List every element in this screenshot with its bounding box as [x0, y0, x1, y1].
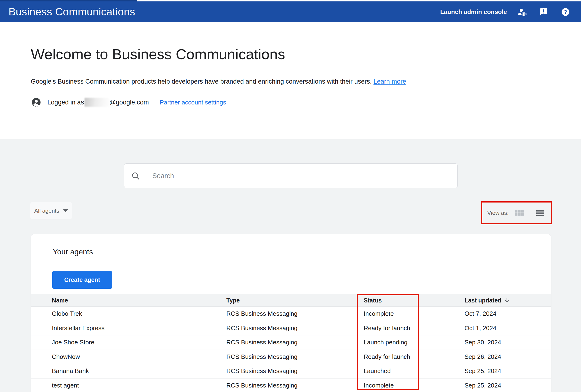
table-row[interactable]: Interstellar Express RCS Business Messag…: [31, 321, 551, 336]
agent-type-cell: RCS Business Messaging: [226, 382, 364, 389]
page: Business Communications Launch admin con…: [0, 0, 581, 392]
agent-type-cell: RCS Business Messaging: [226, 367, 364, 375]
partner-account-settings-link[interactable]: Partner account settings: [160, 99, 226, 106]
agent-updated-cell: Oct 7, 2024: [465, 310, 542, 318]
welcome-section: Welcome to Business Communications Googl…: [0, 22, 581, 139]
column-header-status: Status: [364, 297, 465, 304]
agent-status-cell: Ready for launch: [364, 353, 465, 360]
grid-view-icon[interactable]: [515, 210, 524, 216]
column-header-name: Name: [52, 297, 226, 304]
agent-name-cell: ChowNow: [52, 353, 226, 360]
agent-type-cell: RCS Business Messaging: [226, 310, 364, 318]
agent-name-cell: test agent: [52, 382, 226, 389]
agents-table: Name Type Status Last updated Globo Trek: [31, 294, 551, 392]
agent-status-cell: Launched: [364, 367, 465, 375]
your-agents-card: Your agents Create agent Name Type Statu…: [31, 234, 551, 392]
view-as-label: View as:: [487, 210, 509, 216]
logged-in-domain: @google.com: [109, 99, 149, 106]
agent-updated-cell: Oct 1, 2024: [465, 324, 542, 332]
redacted-username: [84, 98, 109, 107]
card-title: Your agents: [53, 248, 93, 256]
create-agent-button[interactable]: Create agent: [52, 271, 112, 289]
login-row: Logged in as @google.com Partner account…: [31, 97, 226, 108]
search-input[interactable]: [152, 172, 436, 180]
agents-filter-dropdown[interactable]: All agents: [30, 202, 72, 219]
agent-name-cell: Banana Bank: [52, 367, 226, 375]
list-view-icon[interactable]: [536, 210, 544, 216]
agent-type-cell: RCS Business Messaging: [226, 353, 364, 360]
learn-more-link[interactable]: Learn more: [373, 78, 406, 85]
annotation-view-as-box: View as:: [481, 201, 552, 224]
page-title: Welcome to Business Communications: [31, 46, 285, 62]
table-row[interactable]: Banana Bank RCS Business Messaging Launc…: [31, 364, 551, 378]
agent-type-cell: RCS Business Messaging: [226, 324, 364, 332]
top-edge-artifact-light: [137, 0, 581, 2]
agents-filter-label: All agents: [34, 208, 59, 214]
app-header: Business Communications Launch admin con…: [0, 0, 581, 22]
agent-updated-cell: Sep 25, 2024: [465, 367, 542, 375]
sort-descending-icon: [504, 297, 510, 304]
agent-name-cell: Globo Trek: [52, 310, 226, 318]
agent-status-cell: Incomplete: [364, 382, 465, 389]
logged-in-text: Logged in as @google.com: [47, 98, 149, 107]
launch-admin-console-link[interactable]: Launch admin console: [440, 8, 507, 16]
agent-status-cell: Launch pending: [364, 339, 465, 346]
table-row[interactable]: test agent RCS Business Messaging Incomp…: [31, 378, 551, 392]
agent-status-cell: Incomplete: [364, 310, 465, 318]
logged-in-prefix: Logged in as: [47, 99, 84, 106]
agent-name-cell: Joe Shoe Store: [52, 339, 226, 346]
svg-text:?: ?: [564, 9, 567, 15]
agent-updated-cell: Sep 30, 2024: [465, 339, 542, 346]
feedback-icon[interactable]: [539, 8, 548, 16]
agent-updated-cell: Sep 26, 2024: [465, 353, 542, 360]
column-header-type: Type: [226, 297, 364, 304]
manage-accounts-icon[interactable]: [517, 7, 527, 16]
search-bar: [124, 164, 458, 188]
agents-section: All agents View as: Your agents Create a…: [0, 139, 581, 392]
agent-updated-cell: Sep 25, 2024: [465, 382, 542, 389]
help-icon[interactable]: ?: [561, 7, 570, 16]
table-row[interactable]: Joe Shoe Store RCS Business Messaging La…: [31, 336, 551, 350]
table-header-row: Name Type Status Last updated: [31, 294, 551, 307]
page-description: Google's Business Communication products…: [31, 77, 406, 86]
dropdown-caret-icon: [63, 210, 68, 212]
agent-status-cell: Ready for launch: [364, 324, 465, 332]
search-icon: [131, 172, 140, 180]
table-row[interactable]: Globo Trek RCS Business Messaging Incomp…: [31, 307, 551, 321]
account-circle-icon: [31, 97, 41, 108]
column-header-last-updated[interactable]: Last updated: [465, 297, 542, 304]
table-row[interactable]: ChowNow RCS Business Messaging Ready for…: [31, 350, 551, 364]
top-edge-artifact-dark: [0, 0, 137, 2]
app-title: Business Communications: [8, 2, 135, 22]
agent-type-cell: RCS Business Messaging: [226, 339, 364, 346]
agent-name-cell: Interstellar Express: [52, 324, 226, 332]
header-actions: Launch admin console: [440, 2, 570, 22]
last-updated-label: Last updated: [465, 297, 502, 304]
description-text: Google's Business Communication products…: [31, 78, 372, 85]
